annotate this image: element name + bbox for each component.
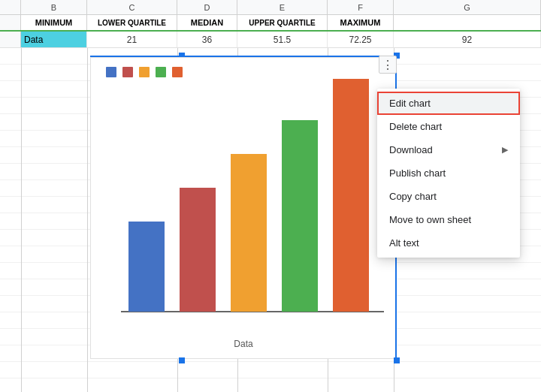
- cell-data-label: Data: [21, 32, 87, 47]
- menu-item-delete-chart[interactable]: Delete chart: [377, 115, 520, 138]
- menu-item-copy-chart[interactable]: Copy chart: [377, 185, 520, 208]
- cell-minimum: 21: [87, 32, 177, 47]
- col-header-median: MEDIAN: [177, 15, 237, 30]
- row-number: [0, 32, 21, 47]
- context-menu: Edit chart Delete chart Download ▶ Publi…: [377, 89, 520, 258]
- spreadsheet: B C D E F G MINIMUM LOWER QUARTILE MEDIA…: [0, 0, 541, 392]
- column-header-row: MINIMUM LOWER QUARTILE MEDIAN UPPER QUAR…: [0, 15, 541, 32]
- col-letter-c: C: [87, 0, 177, 14]
- legend-dot-yellow: [139, 67, 150, 77]
- data-row-1: Data 21 36 51.5 72.25 92: [0, 32, 541, 48]
- col-letter-f: F: [328, 0, 394, 14]
- chart-legend: [91, 58, 396, 77]
- chart-menu-button[interactable]: ⋮: [379, 56, 397, 74]
- col-header-lower-quartile: LOWER QUARTILE: [87, 15, 177, 30]
- column-letter-row: B C D E F G: [0, 0, 541, 15]
- menu-item-download-label: Download: [389, 144, 433, 155]
- row-num-spacer: [0, 0, 21, 14]
- col-header-rest: [394, 15, 541, 30]
- download-arrow-icon: ▶: [502, 145, 508, 155]
- svg-rect-1: [128, 222, 165, 312]
- menu-item-publish-chart-label: Publish chart: [389, 167, 446, 179]
- chart-container[interactable]: Data: [90, 57, 397, 359]
- cell-median: 51.5: [237, 32, 328, 47]
- handle-bottom-mid[interactable]: [179, 357, 185, 363]
- col-header-minimum: MINIMUM: [21, 15, 87, 30]
- col-header-upper-quartile: UPPER QUARTILE: [237, 15, 328, 30]
- svg-rect-4: [282, 120, 318, 312]
- menu-item-move-to-sheet[interactable]: Move to own sheet: [377, 208, 520, 231]
- cell-maximum: 92: [394, 32, 541, 47]
- legend-dot-red: [122, 67, 133, 77]
- handle-bottom-right[interactable]: [394, 357, 400, 363]
- menu-item-publish-chart[interactable]: Publish chart: [377, 161, 520, 185]
- col-letter-g: G: [394, 0, 541, 14]
- menu-item-alt-text[interactable]: Alt text: [377, 231, 520, 255]
- cell-lower-quartile: 36: [177, 32, 237, 47]
- col-header-maximum: MAXIMUM: [328, 15, 394, 30]
- col-letter-b: B: [21, 0, 87, 14]
- menu-item-copy-chart-label: Copy chart: [389, 191, 437, 202]
- row-num-header: [0, 15, 21, 30]
- menu-item-delete-chart-label: Delete chart: [389, 121, 442, 132]
- svg-rect-5: [333, 79, 369, 312]
- legend-dot-orange: [172, 67, 183, 77]
- menu-item-download[interactable]: Download ▶: [377, 138, 520, 161]
- menu-item-alt-text-label: Alt text: [389, 237, 419, 249]
- svg-rect-2: [180, 188, 216, 312]
- menu-item-move-to-sheet-label: Move to own sheet: [389, 214, 471, 225]
- menu-item-edit-chart[interactable]: Edit chart: [377, 92, 520, 115]
- chart-svg: [98, 79, 391, 327]
- svg-rect-3: [231, 154, 267, 312]
- legend-dot-green: [156, 67, 166, 77]
- col-letter-e: E: [237, 0, 328, 14]
- legend-dot-blue: [106, 67, 116, 77]
- menu-item-edit-chart-label: Edit chart: [389, 98, 431, 109]
- cell-upper-quartile: 72.25: [328, 32, 394, 47]
- col-letter-d: D: [177, 0, 237, 14]
- x-axis-label: Data: [91, 339, 396, 349]
